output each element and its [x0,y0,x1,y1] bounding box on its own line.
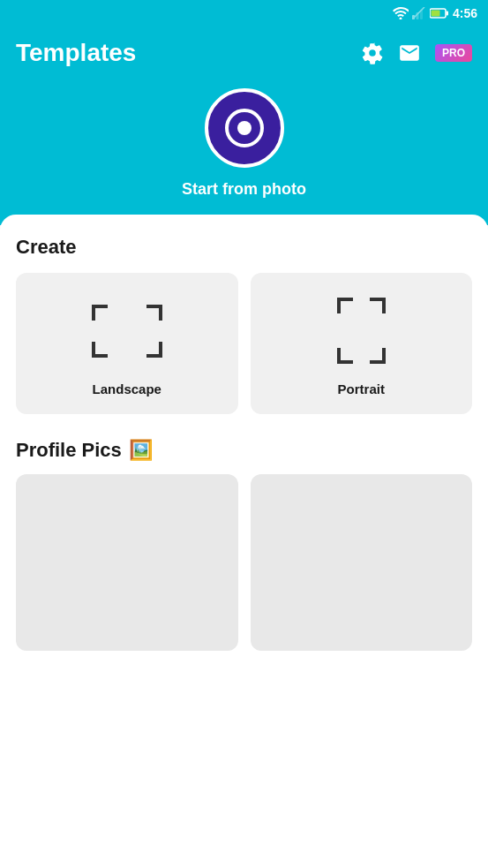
landscape-label: Landscape [93,381,161,396]
main-content: Create Landscape [0,215,488,868]
portrait-card[interactable]: Portrait [251,273,473,414]
wifi-icon [393,7,409,19]
camera-icon [225,109,264,147]
header-actions: PRO [361,42,472,64]
create-grid: Landscape Portrait [16,273,472,414]
status-icons: 4:56 [393,6,477,20]
profile-pics-emoji: 🖼️ [129,439,153,462]
landscape-frame-icon [34,291,221,371]
mail-icon [398,42,421,64]
page-title: Templates [16,39,136,67]
header-top: Templates PRO [16,39,472,67]
camera-lens [237,121,252,135]
landscape-card[interactable]: Landscape [16,273,238,414]
gear-icon [361,42,384,64]
header: Templates PRO Start from photo [0,26,488,225]
start-from-photo-label: Start from photo [182,180,306,199]
svg-rect-5 [446,11,448,16]
profile-card-2[interactable] [251,474,473,651]
mail-button[interactable] [398,42,421,64]
profile-pics-label: Profile Pics [16,439,122,462]
profile-pics-grid [16,474,472,651]
status-bar: 4:56 [0,0,488,26]
portrait-frame [337,298,386,364]
create-section-title: Create [16,236,472,259]
svg-rect-6 [431,11,439,17]
start-from-photo-button[interactable] [205,88,284,168]
profile-card-1[interactable] [16,474,238,651]
settings-button[interactable] [361,42,384,64]
battery-icon [430,7,449,19]
signal-icon [412,7,426,19]
portrait-label: Portrait [338,381,385,396]
portrait-frame-icon [268,291,455,371]
pro-badge[interactable]: PRO [435,44,472,62]
landscape-frame [92,305,162,358]
profile-pics-section-title: Profile Pics 🖼️ [16,439,472,462]
status-time: 4:56 [453,6,477,20]
